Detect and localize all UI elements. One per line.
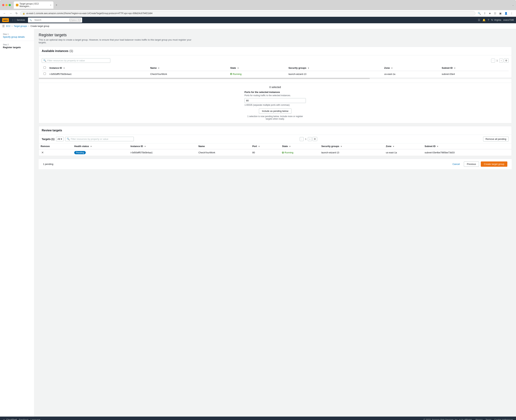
- review-row-zone: us-east-1a: [384, 149, 423, 156]
- share-icon[interactable]: ⇧: [483, 11, 487, 15]
- services-menu-button[interactable]: ⋮⋮ Services: [10, 18, 27, 22]
- browser-tab[interactable]: Target groups | EC2 Managem... ×: [14, 1, 54, 9]
- user-menu[interactable]: evecs7346: [503, 19, 514, 21]
- col-review-subnet-id[interactable]: Subnet ID ▼: [423, 143, 511, 149]
- col-port[interactable]: Port ▼: [250, 143, 280, 149]
- row-security-groups: launch-wizard-13: [287, 71, 382, 77]
- row-state: Running: [228, 71, 287, 77]
- col-review-security-groups[interactable]: Security groups ▼: [320, 143, 384, 149]
- col-subnet-id[interactable]: Subnet ID ▼: [440, 65, 508, 71]
- extensions-icon[interactable]: ☷: [493, 11, 497, 15]
- wizard-sidebar: Step 1 Specify group details Step 2 Regi…: [0, 29, 34, 417]
- page-description: This is an optional step to create a tar…: [39, 38, 194, 44]
- review-targets-card: Review targets Targets (1) All ▾ 🔍 ‹: [39, 126, 512, 156]
- language-link[interactable]: Language: [31, 419, 40, 420]
- address-bar[interactable]: 🔒 us-east-1.console.aws.amazon.com/ec2/h…: [20, 11, 475, 15]
- create-target-group-button[interactable]: Create target group: [481, 161, 507, 167]
- running-dot: [230, 73, 232, 75]
- review-prev-page[interactable]: ‹: [300, 137, 304, 141]
- col-instance-id-sort: ▼: [63, 67, 65, 69]
- review-running-dot: [282, 152, 284, 154]
- all-filter-select[interactable]: All ▾: [56, 137, 64, 141]
- col-review-instance-id[interactable]: Instance ID ▼: [129, 143, 197, 149]
- privacy-link[interactable]: Privacy: [476, 419, 483, 420]
- global-search-bar[interactable]: 🔍 [Option+S]: [28, 17, 82, 22]
- sidebar-step-2: Step 2 Register targets: [0, 42, 34, 50]
- available-page-num: 1: [496, 59, 499, 62]
- available-filter-wrap[interactable]: 🔍: [42, 58, 110, 63]
- cloudshell-button[interactable]: ▭ CloudShell: [3, 418, 17, 420]
- feedback-link[interactable]: Feedback: [19, 419, 29, 420]
- breadcrumb-ec2[interactable]: EC2: [6, 25, 10, 27]
- port-input[interactable]: [245, 98, 306, 103]
- available-settings-button[interactable]: ⚙: [504, 59, 508, 63]
- bell-icon[interactable]: 🔔: [482, 19, 485, 22]
- col-zone-sort: ▼: [391, 67, 393, 69]
- available-filter-input[interactable]: [47, 59, 109, 62]
- step2-link[interactable]: Register targets: [3, 46, 31, 49]
- breadcrumb-sep-1: >: [11, 25, 13, 27]
- col-state[interactable]: State ▼: [228, 65, 287, 71]
- close-dot[interactable]: [2, 4, 4, 6]
- pending-count-label: 1 pending: [43, 163, 53, 165]
- profile-icon[interactable]: 👤: [504, 11, 508, 15]
- table-row: i-0d50dff575b0b4aa1 CheckYourWork Runnin…: [42, 71, 508, 77]
- available-instances-table-wrap: Instance ID ▼ Name ▼ State ▼: [42, 65, 508, 77]
- new-tab-button[interactable]: +: [54, 3, 59, 8]
- col-health-status[interactable]: Health status ▼: [72, 143, 129, 149]
- available-instances-card: Available instances (1) 🔍 ‹ 1 › ⚙: [39, 47, 512, 123]
- step1-link[interactable]: Specify group details: [3, 36, 31, 38]
- region-selector[interactable]: N. Virginia: [491, 19, 501, 21]
- breadcrumb-target-groups[interactable]: Target groups: [14, 25, 27, 27]
- available-prev-page[interactable]: ‹: [491, 59, 495, 63]
- minimize-dot[interactable]: [5, 4, 8, 6]
- review-settings-button[interactable]: ⚙: [313, 137, 317, 141]
- bottom-action-bar: 1 pending Cancel Previous Create target …: [39, 159, 512, 169]
- maximize-dot[interactable]: [9, 4, 11, 6]
- sidebar-toggle[interactable]: ☰: [2, 24, 5, 28]
- remove-all-pending-button[interactable]: Remove all pending: [483, 136, 508, 142]
- cookie-link[interactable]: Cookie preferences: [494, 419, 513, 420]
- col-review-zone[interactable]: Zone ▼: [384, 143, 423, 149]
- window-dropdown-icon[interactable]: ⌄: [512, 4, 514, 6]
- row-name: CheckYourWork: [148, 71, 228, 77]
- review-next-page[interactable]: ›: [308, 137, 312, 141]
- row-checkbox[interactable]: [44, 73, 46, 75]
- col-zone[interactable]: Zone ▼: [382, 65, 440, 71]
- review-table-wrap: Remove Health status ▼ Instance ID ▼: [39, 143, 511, 156]
- include-pending-button[interactable]: Include as pending below: [259, 108, 292, 114]
- review-targets-header: Review targets: [39, 126, 511, 135]
- col-review-state[interactable]: State ▼: [280, 143, 319, 149]
- global-search-input[interactable]: [33, 18, 69, 22]
- tab-close-button[interactable]: ×: [50, 4, 51, 6]
- browser-window-icon[interactable]: ▣: [498, 11, 502, 15]
- breadcrumb-sep-2: >: [28, 25, 30, 27]
- step2-label: Step 2: [3, 44, 31, 46]
- col-security-groups[interactable]: Security groups ▼: [287, 65, 382, 71]
- footer-right: © 2023, Amazon Web Services, Inc. or its…: [424, 419, 513, 420]
- review-filter-input[interactable]: [71, 138, 132, 140]
- available-pagination: ‹ 1 › ⚙: [491, 59, 508, 63]
- forward-button[interactable]: →: [8, 11, 13, 15]
- cancel-button[interactable]: Cancel: [450, 162, 462, 166]
- refresh-button[interactable]: ↻: [15, 11, 19, 15]
- bookmark-icon[interactable]: ★: [488, 11, 492, 15]
- col-review-instance-id-sort: ▼: [144, 145, 146, 147]
- col-name[interactable]: Name ▼: [148, 65, 228, 71]
- col-instance-id[interactable]: Instance ID ▼: [48, 65, 148, 71]
- previous-button[interactable]: Previous: [464, 161, 479, 167]
- available-next-page[interactable]: ›: [499, 59, 503, 63]
- back-button[interactable]: ←: [2, 11, 7, 15]
- breadcrumb-current: Create target group: [31, 25, 49, 27]
- terms-link[interactable]: Terms: [485, 419, 492, 420]
- more-icon[interactable]: ⋮: [509, 11, 514, 15]
- breadcrumb: EC2 > Target groups > Create target grou…: [6, 25, 49, 27]
- remove-row-button[interactable]: ✕: [41, 151, 44, 154]
- select-all-checkbox[interactable]: [44, 66, 46, 69]
- review-filter-wrap[interactable]: 🔍: [65, 137, 134, 141]
- col-review-zone-sort: ▼: [393, 145, 394, 147]
- apps-grid-icon[interactable]: ☷: [478, 19, 480, 22]
- copyright-text: © 2023, Amazon Web Services, Inc. or its…: [424, 419, 473, 420]
- search-browser-icon[interactable]: 🔍: [477, 11, 482, 15]
- help-icon[interactable]: ?: [488, 19, 489, 22]
